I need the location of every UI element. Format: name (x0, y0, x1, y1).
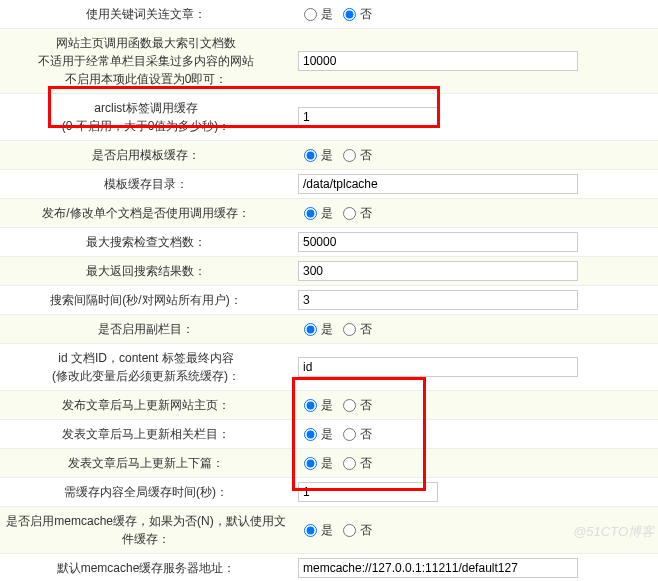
radio-label: 否 (360, 321, 372, 338)
setting-row: 是否启用模板缓存：是否 (0, 141, 658, 170)
setting-label: 是否启用模板缓存： (0, 141, 292, 169)
setting-value-cell: 是否 (292, 141, 658, 169)
setting-label: 发表文章后马上更新上下篇： (0, 449, 292, 477)
radio-option-yes[interactable]: 是 (298, 397, 333, 414)
setting-row: id 文档ID，content 标签最终内容(修改此变量后必须更新系统缓存)： (0, 344, 658, 391)
text-input[interactable] (298, 482, 438, 502)
setting-label: 模板缓存目录： (0, 170, 292, 198)
setting-value-cell (292, 257, 658, 285)
radio-input-yes[interactable] (304, 323, 317, 336)
setting-value-cell: 是否 (292, 0, 658, 28)
label-line: 发表文章后马上更新上下篇： (68, 454, 224, 472)
setting-label: 需缓存内容全局缓存时间(秒)： (0, 478, 292, 506)
radio-label: 否 (360, 397, 372, 414)
setting-value-cell: 是否 (292, 507, 658, 553)
radio-label: 是 (321, 522, 333, 539)
radio-option-no[interactable]: 否 (337, 522, 372, 539)
radio-input-yes[interactable] (304, 8, 317, 21)
radio-label: 否 (360, 455, 372, 472)
setting-label: 是否启用副栏目： (0, 315, 292, 343)
radio-option-yes[interactable]: 是 (298, 522, 333, 539)
radio-option-no[interactable]: 否 (337, 205, 372, 222)
label-line: 最大返回搜索结果数： (86, 262, 206, 280)
radio-input-yes[interactable] (304, 524, 317, 537)
label-line: 发表文章后马上更新相关栏目： (62, 425, 230, 443)
radio-option-yes[interactable]: 是 (298, 321, 333, 338)
radio-option-yes[interactable]: 是 (298, 6, 333, 23)
radio-option-yes[interactable]: 是 (298, 205, 333, 222)
text-input[interactable] (298, 174, 578, 194)
radio-input-no[interactable] (343, 149, 356, 162)
setting-value-cell (292, 554, 658, 581)
radio-option-yes[interactable]: 是 (298, 147, 333, 164)
text-input[interactable] (298, 107, 438, 127)
radio-input-yes[interactable] (304, 149, 317, 162)
radio-input-no[interactable] (343, 323, 356, 336)
setting-value-cell (292, 29, 658, 93)
label-line: 是否启用memcache缓存，如果为否(N)，默认使用文件缓存： (6, 512, 286, 548)
setting-value-cell (292, 94, 658, 140)
text-input[interactable] (298, 51, 578, 71)
label-line: 是否启用模板缓存： (92, 146, 200, 164)
setting-row: 模板缓存目录： (0, 170, 658, 199)
radio-input-no[interactable] (343, 207, 356, 220)
label-line: 使用关键词关连文章： (86, 5, 206, 23)
label-line: 网站主页调用函数最大索引文档数 (56, 34, 236, 52)
radio-label: 否 (360, 205, 372, 222)
radio-input-no[interactable] (343, 8, 356, 21)
setting-value-cell (292, 228, 658, 256)
radio-option-no[interactable]: 否 (337, 426, 372, 443)
setting-label: 最大返回搜索结果数： (0, 257, 292, 285)
setting-value-cell: 是否 (292, 199, 658, 227)
radio-input-no[interactable] (343, 457, 356, 470)
label-line: arclist标签调用缓存 (94, 99, 197, 117)
radio-option-no[interactable]: 否 (337, 455, 372, 472)
text-input[interactable] (298, 232, 578, 252)
setting-value-cell (292, 170, 658, 198)
label-line: 不适用于经常单栏目采集过多内容的网站 (38, 52, 254, 70)
settings-form: 使用关键词关连文章：是否网站主页调用函数最大索引文档数不适用于经常单栏目采集过多… (0, 0, 658, 581)
radio-input-no[interactable] (343, 399, 356, 412)
label-line: 模板缓存目录： (104, 175, 188, 193)
radio-input-yes[interactable] (304, 428, 317, 441)
setting-label: 使用关键词关连文章： (0, 0, 292, 28)
radio-input-yes[interactable] (304, 207, 317, 220)
radio-label: 否 (360, 426, 372, 443)
setting-row: 发布/修改单个文档是否使用调用缓存：是否 (0, 199, 658, 228)
setting-row: 默认memcache缓存服务器地址： (0, 554, 658, 581)
radio-option-no[interactable]: 否 (337, 147, 372, 164)
label-line: 不启用本项此值设置为0即可： (65, 70, 228, 88)
label-line: (修改此变量后必须更新系统缓存)： (52, 367, 240, 385)
setting-value-cell (292, 344, 658, 390)
text-input[interactable] (298, 290, 578, 310)
text-input[interactable] (298, 357, 578, 377)
radio-option-no[interactable]: 否 (337, 6, 372, 23)
setting-row: 是否启用memcache缓存，如果为否(N)，默认使用文件缓存：是否 (0, 507, 658, 554)
setting-row: 搜索间隔时间(秒/对网站所有用户)： (0, 286, 658, 315)
setting-row: 发布文章后马上更新网站主页：是否 (0, 391, 658, 420)
radio-input-yes[interactable] (304, 457, 317, 470)
label-line: 需缓存内容全局缓存时间(秒)： (64, 483, 228, 501)
radio-input-no[interactable] (343, 428, 356, 441)
radio-option-no[interactable]: 否 (337, 321, 372, 338)
setting-row: 发表文章后马上更新上下篇：是否 (0, 449, 658, 478)
text-input[interactable] (298, 261, 578, 281)
setting-label: 默认memcache缓存服务器地址： (0, 554, 292, 581)
setting-row: 最大搜索检查文档数： (0, 228, 658, 257)
radio-label: 否 (360, 522, 372, 539)
radio-label: 否 (360, 147, 372, 164)
radio-option-yes[interactable]: 是 (298, 455, 333, 472)
radio-option-no[interactable]: 否 (337, 397, 372, 414)
setting-label: 发表文章后马上更新相关栏目： (0, 420, 292, 448)
text-input[interactable] (298, 558, 578, 578)
radio-option-yes[interactable]: 是 (298, 426, 333, 443)
radio-input-yes[interactable] (304, 399, 317, 412)
radio-label: 是 (321, 455, 333, 472)
radio-label: 是 (321, 321, 333, 338)
setting-value-cell: 是否 (292, 449, 658, 477)
radio-input-no[interactable] (343, 524, 356, 537)
radio-label: 是 (321, 6, 333, 23)
setting-label: 是否启用memcache缓存，如果为否(N)，默认使用文件缓存： (0, 507, 292, 553)
setting-label: 最大搜索检查文档数： (0, 228, 292, 256)
label-line: 发布/修改单个文档是否使用调用缓存： (42, 204, 249, 222)
